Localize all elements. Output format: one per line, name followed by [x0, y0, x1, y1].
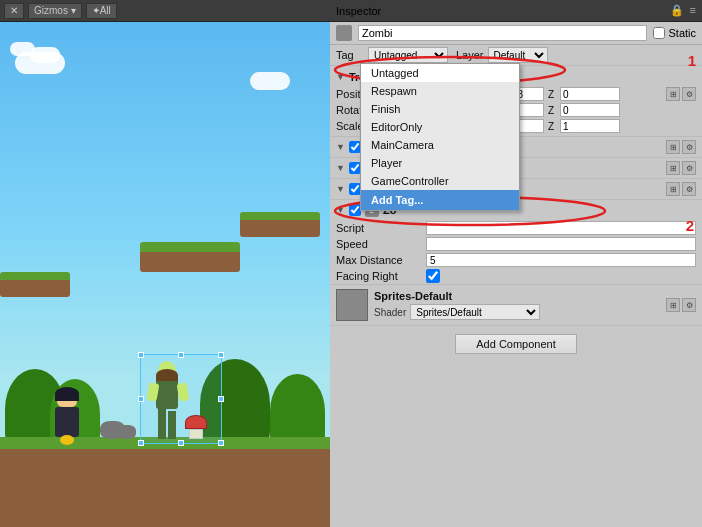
- object-name-bar: Static: [330, 22, 702, 45]
- add-component-button[interactable]: Add Component: [455, 334, 577, 354]
- tag-select[interactable]: Untagged: [368, 47, 448, 63]
- selection-handle-ml[interactable]: [138, 396, 144, 402]
- dropdown-item-player[interactable]: Player: [361, 154, 519, 172]
- inspector-title: Inspector: [336, 5, 381, 17]
- platform-1: [140, 242, 240, 272]
- sp-gear-btn[interactable]: ⚙: [682, 140, 696, 154]
- dropdown-item-editoronly[interactable]: EditorOnly: [361, 118, 519, 136]
- dropdown-item-gamecontroller[interactable]: GameController: [361, 172, 519, 190]
- script-label: Script: [336, 222, 426, 234]
- layer-select[interactable]: Default: [488, 47, 548, 63]
- annotation-number-2: 2: [686, 217, 694, 234]
- rotation-z-group: Z: [548, 103, 620, 117]
- gizmos-btn[interactable]: Gizmos ▾: [28, 3, 82, 19]
- scale-z-input[interactable]: [560, 119, 620, 133]
- inspector-content: Static Tag Untagged Layer Default: [330, 22, 702, 527]
- selection-handle-mr[interactable]: [218, 396, 224, 402]
- annotation-number-1: 1: [688, 52, 696, 69]
- ri-settings-btn[interactable]: ⊞: [666, 161, 680, 175]
- rock-2: [118, 425, 136, 439]
- bo-settings: ⊞ ⚙: [666, 182, 696, 196]
- inspector-header: Inspector 🔒 ≡: [330, 0, 702, 22]
- ri-settings: ⊞ ⚙: [666, 161, 696, 175]
- object-name-input[interactable]: [358, 25, 647, 41]
- pos-icon-2[interactable]: ⚙: [682, 87, 696, 101]
- selection-handle-tl[interactable]: [138, 352, 144, 358]
- sp-fold: ▼: [336, 142, 345, 152]
- max-distance-label: Max Distance: [336, 254, 426, 266]
- position-z-input[interactable]: [560, 87, 620, 101]
- material-preview: [336, 289, 368, 321]
- pos-z-axis: Z: [548, 89, 558, 100]
- script-row: Script: [330, 220, 702, 236]
- platform-2: [240, 212, 320, 237]
- tag-label: Tag: [336, 49, 364, 61]
- ground: [0, 447, 330, 527]
- object-icon: [336, 25, 352, 41]
- dropdown-item-maincamera[interactable]: MainCamera: [361, 136, 519, 154]
- scene-toolbar: ✕ Gizmos ▾ ✦All: [0, 0, 330, 22]
- ri-gear-btn[interactable]: ⚙: [682, 161, 696, 175]
- scene-close-btn[interactable]: ✕: [4, 3, 24, 19]
- dropdown-item-add-tag[interactable]: Add Tag...: [361, 190, 519, 210]
- search-btn[interactable]: ✦All: [86, 3, 117, 19]
- platform-3: [0, 272, 70, 297]
- ri-fold: ▼: [336, 163, 345, 173]
- ninja-character: [55, 407, 79, 437]
- selection-handle-bl[interactable]: [138, 440, 144, 446]
- static-label: Static: [668, 27, 696, 39]
- bo-fold: ▼: [336, 184, 345, 194]
- facing-right-checkbox[interactable]: [426, 269, 440, 283]
- zo-fold: ▼: [336, 205, 345, 215]
- bo-gear-btn[interactable]: ⚙: [682, 182, 696, 196]
- selection-handle-tr[interactable]: [218, 352, 224, 358]
- inspector-header-icons: 🔒 ≡: [670, 4, 696, 17]
- max-distance-row: Max Distance: [330, 252, 702, 268]
- shader-label: Shader: [374, 307, 406, 318]
- selection-handle-bm[interactable]: [178, 440, 184, 446]
- shader-row: Shader Sprites/Default: [374, 304, 660, 320]
- bo-settings-btn[interactable]: ⊞: [666, 182, 680, 196]
- layer-label: Layer: [456, 49, 484, 61]
- script-input[interactable]: [426, 221, 696, 235]
- inspector-panel: Inspector 🔒 ≡ Static: [330, 0, 702, 527]
- scale-z-group: Z: [548, 119, 620, 133]
- max-distance-input[interactable]: [426, 253, 696, 267]
- material-info: Sprites-Default Shader Sprites/Default: [374, 290, 660, 320]
- cloud: [10, 42, 35, 56]
- speed-label: Speed: [336, 238, 426, 250]
- sp-settings: ⊞ ⚙: [666, 140, 696, 154]
- inspector-inner: Static Tag Untagged Layer Default: [330, 22, 702, 362]
- sp-settings-btn[interactable]: ⊞: [666, 140, 680, 154]
- add-component-area: Add Component: [330, 326, 702, 362]
- material-name: Sprites-Default: [374, 290, 660, 302]
- selection-handle-tm[interactable]: [178, 352, 184, 358]
- dropdown-item-finish[interactable]: Finish: [361, 100, 519, 118]
- speed-input[interactable]: [426, 237, 696, 251]
- material-icon-2[interactable]: ⚙: [682, 298, 696, 312]
- rotation-z-input[interactable]: [560, 103, 620, 117]
- scene-viewport: [0, 22, 330, 527]
- static-checkbox[interactable]: [653, 27, 665, 39]
- dropdown-item-respawn[interactable]: Respawn: [361, 82, 519, 100]
- tag-row-container: Tag Untagged Layer Default Untagged Resp…: [330, 45, 702, 66]
- shader-select[interactable]: Sprites/Default: [410, 304, 540, 320]
- scale-z-axis: Z: [548, 121, 558, 132]
- rot-z-axis: Z: [548, 105, 558, 116]
- facing-right-label: Facing Right: [336, 270, 426, 282]
- cloud: [250, 72, 290, 90]
- dropdown-item-untagged[interactable]: Untagged: [361, 64, 519, 82]
- pos-icon-1[interactable]: ⊞: [666, 87, 680, 101]
- transform-fold-icon: ▼: [336, 72, 345, 82]
- position-z-group: Z: [548, 87, 620, 101]
- component-zo: ▼ Z Zo Script Speed Max: [330, 200, 702, 285]
- speed-row: Speed: [330, 236, 702, 252]
- static-area: Static: [653, 27, 696, 39]
- selection-handle-br[interactable]: [218, 440, 224, 446]
- facing-right-row: Facing Right: [330, 268, 702, 284]
- lock-icon: 🔒: [670, 4, 684, 17]
- material-icon-1[interactable]: ⊞: [666, 298, 680, 312]
- menu-icon: ≡: [690, 4, 696, 17]
- tag-dropdown-menu: Untagged Respawn Finish EditorOnly MainC…: [360, 63, 520, 211]
- material-section: Sprites-Default Shader Sprites/Default ⊞…: [330, 285, 702, 326]
